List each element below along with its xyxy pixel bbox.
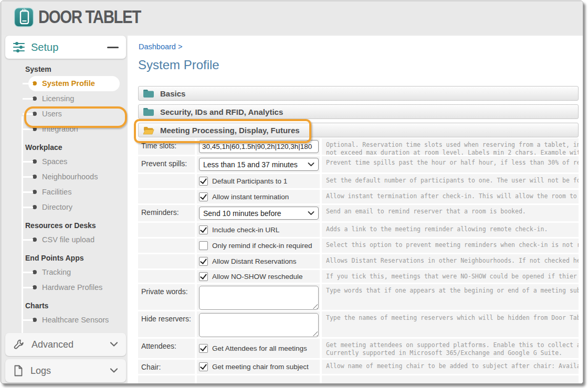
field-label: Prevent spills: [138,156,195,173]
sidebar-item-advanced[interactable]: Advanced [5,333,126,356]
form-row-include-checkin-url: Include check-in URL Adds a link to the … [138,223,579,237]
file-icon [13,365,24,376]
sidebar-item-users[interactable]: Users [5,106,126,122]
field-label: Hide reservers: [138,311,195,337]
field-description: Type the names of meeting reservers whic… [322,311,579,337]
form-row-private-words: Private words: Type words that if one ap… [138,284,579,310]
form-row-distant-reservations: Allow Distant Reservations Allows Distan… [138,254,579,268]
page-title: System Profile [138,58,219,72]
brand-logo[interactable]: DOOR TABLET [14,7,146,28]
sidebar-item-directory[interactable]: Directory [5,200,126,215]
instant-termination-checkbox[interactable] [199,192,208,201]
section-panels: Basics Security, IDs and RFID, Analytics… [138,86,579,141]
brand-wordmark: DOOR TABLET [38,7,141,28]
field-description [322,375,579,383]
form-row-reminders: Reminders: Send 10 minutes before Send a… [138,205,579,221]
nav-heading-workplace: Workplace [25,142,126,153]
hide-reservers-textarea[interactable] [199,313,319,337]
checkbox-label: Allow Distant Reservations [212,257,297,265]
breadcrumb: Dashboard > [139,42,182,51]
sidebar-footer: Advanced Logs [5,330,126,382]
checkbox-label: Only remind if check-in required [212,242,312,250]
chevron-down-icon [308,163,314,167]
sidebar-title: Setup [31,41,101,53]
field-description: If you tick this, meetings that were NO-… [322,270,579,283]
form-row-instant-termination: Allow instant termination Allow instant … [138,190,579,203]
chevron-down-icon [308,211,314,215]
form-row-chair: Chair: Get meeting chair from subject Al… [138,360,579,374]
collapse-icon[interactable] [107,47,119,48]
sidebar-setup-header[interactable]: Setup [5,36,126,59]
sidebar-item-licensing[interactable]: Licensing [5,91,126,106]
form-row-time-slots: Time slots: Optional. Reservation time s… [138,138,579,155]
sidebar-item-label: Logs [30,365,103,376]
field-label: Chair: [138,360,195,374]
panel-label: Security, IDs and RFID, Analytics [160,107,283,116]
panel-label: Basics [160,89,185,98]
wrench-icon [13,339,25,350]
field-label: Attendees: [138,339,195,358]
attendees-checkbox[interactable] [199,344,208,353]
sidebar-item-system-profile[interactable]: System Profile [28,76,120,91]
panel-meeting-processing[interactable]: Meeting Processing, Display, Futures [138,123,579,137]
sidebar: Setup System System Profile Licensing Us… [5,36,126,382]
panel-basics[interactable]: Basics [138,86,579,101]
field-label [138,375,195,383]
field-description: Get meeting attendees on supported platf… [322,339,579,358]
sidebar-item-hardware-profiles[interactable]: Hardware Profiles [5,280,126,295]
field-description: Optional. Reservation time slots used wh… [322,138,579,155]
field-label: Reminders: [138,205,195,221]
nav-heading-endpoints: End Points Apps [25,253,126,263]
main-content: Dashboard > System Profile Basics Securi… [128,36,583,383]
sidebar-item-spaces[interactable]: Spaces [5,154,126,169]
field-label [138,254,195,268]
form-row-prevent-spills: Prevent spills: Less than 15 and 37 minu… [138,156,579,173]
folder-open-icon [143,126,154,135]
form-row-hide-reservers: Hide reservers: Type the names of meetin… [138,311,579,337]
field-label [138,174,195,188]
field-label [138,223,195,237]
chevron-down-icon [110,368,118,373]
sidebar-item-neighbourhoods[interactable]: Neighbourhoods [5,169,126,185]
no-show-reschedule-checkbox[interactable] [199,272,208,281]
field-description: Adds a link to the meeting reminder allo… [322,223,579,237]
field-description: Allow instant termination after check-in… [322,190,579,203]
checkbox-label: Include check-in URL [212,226,279,234]
distant-reservations-checkbox[interactable] [199,257,208,266]
sidebar-item-tracking[interactable]: Tracking [5,265,126,280]
field-description: Prevent time spills past the hour or hal… [322,156,579,173]
time-slots-input[interactable] [199,140,319,153]
private-words-textarea[interactable] [199,286,319,310]
field-description: Allows Distant Reservations in other Nei… [322,254,579,268]
field-description: Set the default number of participants t… [322,174,579,188]
checkbox-label: Allow NO-SHOW reschedule [212,273,303,281]
field-description: Type words that if one appears at the be… [322,284,579,310]
field-label [138,270,195,283]
breadcrumb-dashboard-link[interactable]: Dashboard [139,42,176,51]
include-checkin-url-checkbox[interactable] [199,225,208,234]
form-row-attendees: Attendees: Get Attendees for all meeting… [138,339,579,358]
chevron-down-icon [110,342,118,347]
breadcrumb-separator: > [178,42,182,51]
sidebar-item-healthcare-sensors[interactable]: Healthcare Sensors [5,312,126,328]
field-description: Allow name of meeting chair to be added … [322,360,579,374]
checkbox-label: Get Attendees for all meetings [212,344,307,352]
form-row-only-remind-checkin: Only remind if check-in required Select … [138,239,579,253]
sidebar-item-facilities[interactable]: Facilities [5,185,126,200]
only-remind-checkin-checkbox[interactable] [199,241,208,250]
folder-closed-icon [143,89,154,98]
nav-heading-charts: Charts [25,300,126,311]
reminders-select[interactable]: Send 10 minutes before [199,207,319,220]
panel-security-ids-rfid[interactable]: Security, IDs and RFID, Analytics [138,104,579,119]
field-label [138,239,195,253]
field-description: Send an email to remind reserver that a … [322,205,579,221]
form-row-default-participants: Default Participants to 1 Set the defaul… [138,174,579,188]
chair-checkbox[interactable] [199,362,208,371]
sidebar-nav: System System Profile Licensing Users In… [5,64,126,328]
sidebar-item-logs[interactable]: Logs [5,359,126,382]
sidebar-item-integration[interactable]: Integration [5,122,126,137]
field-label [138,190,195,203]
prevent-spills-select[interactable]: Less than 15 and 37 minutes [199,158,319,171]
default-participants-checkbox[interactable] [199,177,208,186]
sidebar-item-csv-file-upload[interactable]: CSV file upload [5,232,126,247]
